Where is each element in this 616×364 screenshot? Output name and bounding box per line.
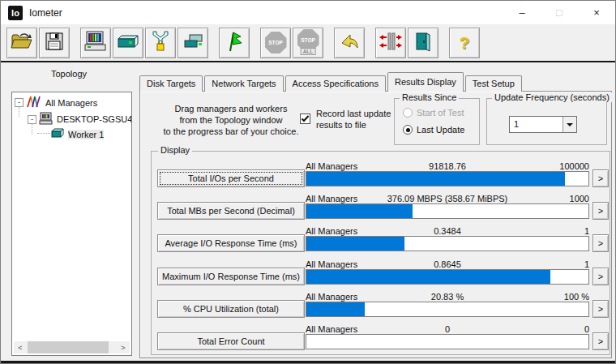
metric-button[interactable]: % CPU Utilization (total) xyxy=(157,300,305,318)
radio-label: Last Update xyxy=(417,125,464,135)
tree-item-label: Worker 1 xyxy=(68,130,104,139)
expand-row-button[interactable]: > xyxy=(592,234,609,252)
title-bar: Io Iometer – □ × xyxy=(1,1,615,24)
chevron-down-icon xyxy=(567,123,573,126)
tab-results-display[interactable]: Results Display xyxy=(387,72,464,92)
stop-all-tests-button[interactable]: STOP ALL xyxy=(293,28,323,58)
radio-last-update[interactable]: Last Update xyxy=(403,125,464,135)
tree-item-manager[interactable]: - DESKTOP-SGSU4 xyxy=(28,112,131,126)
topology-header: Topology xyxy=(7,69,130,79)
results-since-group: Results Since Start of Test Last Update xyxy=(394,98,480,145)
progress-bar[interactable] xyxy=(306,302,589,317)
radio-start-of-test: Start of Test xyxy=(403,108,464,118)
radio-label: Start of Test xyxy=(417,108,464,118)
tree-item-label: DESKTOP-SGSU4 xyxy=(57,114,131,124)
new-disk-worker-button[interactable] xyxy=(113,28,143,58)
combo-dropdown-button[interactable] xyxy=(563,117,576,132)
display-row: Total MBs per Second (Decimal) All Manag… xyxy=(152,194,610,226)
metric-button[interactable]: Total MBs per Second (Decimal) xyxy=(157,202,305,220)
tree-item-worker[interactable]: Worker 1 xyxy=(50,128,104,140)
display-row: % CPU Utilization (total) All Managers 2… xyxy=(152,292,610,324)
toolbar: STOP STOP ALL ? xyxy=(1,24,615,62)
caption-buttons: – □ × xyxy=(503,1,615,24)
disconnect-button[interactable] xyxy=(375,28,406,58)
results-since-title: Results Since xyxy=(400,92,459,102)
tab-strip: Disk Targets Network Targets Access Spec… xyxy=(139,72,524,92)
yellow-arrow-icon xyxy=(339,32,360,54)
green-flag-icon xyxy=(225,30,244,55)
help-question-icon: ? xyxy=(460,33,470,53)
radio-selected-icon[interactable] xyxy=(403,125,413,135)
save-config-button[interactable] xyxy=(39,28,70,58)
collapse-expander-icon[interactable]: - xyxy=(28,115,36,124)
display-group-title: Display xyxy=(158,145,192,155)
progress-fill xyxy=(306,302,365,316)
progress-fill xyxy=(306,237,404,251)
expand-row-button[interactable]: > xyxy=(592,332,609,350)
save-floppy-icon xyxy=(45,32,64,54)
progress-bar[interactable] xyxy=(306,171,589,186)
new-manager-button[interactable] xyxy=(80,28,111,58)
tree-horizontal-scrollbar[interactable]: < > xyxy=(14,341,130,353)
session-group xyxy=(375,28,438,58)
tree-item-label: All Managers xyxy=(45,98,97,108)
close-button[interactable]: × xyxy=(578,1,615,24)
scroll-right-icon[interactable]: > xyxy=(117,341,130,353)
app-icon: Io xyxy=(8,6,23,20)
tab-test-setup[interactable]: Test Setup xyxy=(465,75,522,92)
new-network-worker-button[interactable] xyxy=(145,28,176,58)
help-button[interactable]: ? xyxy=(449,28,480,58)
display-row: Average I/O Response Time (ms) All Manag… xyxy=(152,226,610,259)
minimize-button[interactable]: – xyxy=(503,1,541,24)
expand-row-button[interactable]: > xyxy=(592,268,609,285)
exit-door-icon xyxy=(413,31,433,54)
duplicate-worker-button[interactable] xyxy=(178,28,208,58)
scroll-thumb[interactable] xyxy=(28,341,109,353)
progress-bar[interactable] xyxy=(306,236,589,251)
collapse-expander-icon[interactable]: - xyxy=(15,98,24,107)
expand-row-button[interactable]: > xyxy=(592,202,609,220)
metric-button[interactable]: Maximum I/O Response Time (ms) xyxy=(157,268,305,285)
max-label: 1000 xyxy=(306,194,589,203)
max-label: 1 xyxy=(306,226,589,236)
tab-network-targets[interactable]: Network Targets xyxy=(204,75,283,92)
start-group xyxy=(219,28,250,58)
reset-workers-button[interactable] xyxy=(334,28,365,58)
record-label-line: results to file xyxy=(316,119,391,131)
progress-fill xyxy=(306,172,565,186)
disk-worker-box-icon xyxy=(116,32,140,53)
stop-group: STOP STOP ALL xyxy=(260,28,323,58)
combo-value: 1 xyxy=(510,117,563,132)
display-row: Maximum I/O Response Time (ms) All Manag… xyxy=(152,259,610,292)
metric-button[interactable]: Total I/Os per Second xyxy=(157,169,305,187)
exit-button[interactable] xyxy=(408,28,438,58)
update-frequency-combo[interactable]: 1 xyxy=(509,116,577,133)
metric-button[interactable]: Average I/O Response Time (ms) xyxy=(157,234,305,252)
all-managers-icon xyxy=(26,96,42,109)
progress-bar[interactable] xyxy=(306,203,589,219)
open-config-button[interactable] xyxy=(6,28,37,58)
start-tests-button[interactable] xyxy=(219,28,250,58)
drag-hint-line: Drag managers and workers xyxy=(150,103,312,114)
tree-connector xyxy=(37,133,50,134)
expand-row-button[interactable]: > xyxy=(592,300,609,318)
progress-bar[interactable] xyxy=(306,334,589,349)
tree-item-all-managers[interactable]: - All Managers xyxy=(15,96,97,109)
max-label: 1 xyxy=(306,259,589,269)
expand-row-button[interactable]: > xyxy=(592,169,609,187)
tab-disk-targets[interactable]: Disk Targets xyxy=(139,75,203,92)
reset-group xyxy=(334,28,365,58)
stop-test-button[interactable]: STOP xyxy=(260,28,291,58)
computer-icon xyxy=(83,30,108,55)
worker-group xyxy=(80,28,208,58)
iometer-window: Io Iometer – □ × xyxy=(0,0,616,364)
help-group: ? xyxy=(449,28,480,58)
progress-bar[interactable] xyxy=(306,269,589,285)
max-label: 100000 xyxy=(306,161,589,171)
tab-access-specifications[interactable]: Access Specifications xyxy=(285,75,386,92)
drag-hint-line: to the progress bar of your choice. xyxy=(150,126,312,137)
record-results-label: Record last update results to file xyxy=(316,108,391,131)
metric-button[interactable]: Total Error Count xyxy=(157,332,305,350)
scroll-left-icon[interactable]: < xyxy=(14,341,27,353)
record-results-checkbox[interactable] xyxy=(300,113,310,124)
